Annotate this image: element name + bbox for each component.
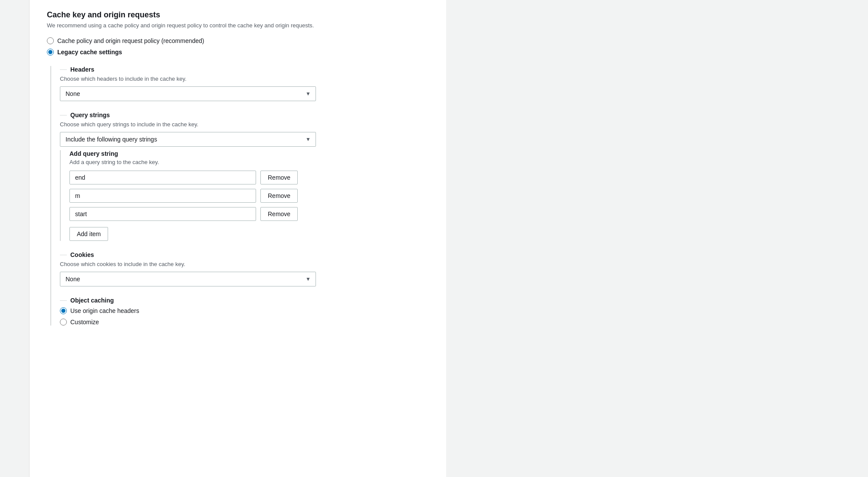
radio-recommended[interactable] xyxy=(47,37,54,44)
query-string-row-1: Remove xyxy=(69,171,429,184)
query-string-input-1[interactable] xyxy=(69,171,256,184)
left-sidebar xyxy=(0,0,30,477)
cookies-dropdown[interactable]: None Include the following cookies All xyxy=(60,272,316,286)
cookies-description: Choose which cookies to include in the c… xyxy=(60,261,429,267)
radio-customize[interactable] xyxy=(60,319,67,326)
section-description: We recommend using a cache policy and or… xyxy=(47,22,429,29)
headers-select-wrapper: None Include the following headers All ▼ xyxy=(60,86,316,101)
query-strings-title: Query strings xyxy=(70,112,110,118)
radio-customize-option[interactable]: Customize xyxy=(60,319,429,326)
cookies-title: Cookies xyxy=(70,251,94,258)
cookies-header: Cookies xyxy=(60,251,429,258)
query-strings-line xyxy=(60,115,67,115)
headers-title: Headers xyxy=(70,66,94,73)
add-item-button[interactable]: Add item xyxy=(69,227,108,241)
add-query-string-title: Add query string xyxy=(69,150,429,157)
object-caching-options: Use origin cache headers Customize xyxy=(60,307,429,326)
query-strings-select-wrapper: None Include the following query strings… xyxy=(60,132,316,147)
remove-button-3[interactable]: Remove xyxy=(260,207,298,221)
main-content: Cache key and origin requests We recomme… xyxy=(30,0,446,477)
headers-header: Headers xyxy=(60,66,429,73)
query-string-input-3[interactable] xyxy=(69,207,256,221)
radio-use-origin-option[interactable]: Use origin cache headers xyxy=(60,307,429,314)
object-caching-title: Object caching xyxy=(70,297,114,304)
headers-line xyxy=(60,69,67,70)
query-string-row-3: Remove xyxy=(69,207,429,221)
radio-use-origin[interactable] xyxy=(60,307,67,314)
query-strings-dropdown[interactable]: None Include the following query strings… xyxy=(60,132,316,147)
radio-legacy-option[interactable]: Legacy cache settings xyxy=(47,49,429,56)
radio-recommended-label: Cache policy and origin request policy (… xyxy=(57,37,204,44)
query-string-input-2[interactable] xyxy=(69,189,256,203)
remove-button-1[interactable]: Remove xyxy=(260,171,298,184)
headers-description: Choose which headers to include in the c… xyxy=(60,76,429,82)
headers-subsection: Headers Choose which headers to include … xyxy=(60,66,429,101)
query-string-row-2: Remove xyxy=(69,189,429,203)
object-caching-subsection: Object caching Use origin cache headers … xyxy=(60,297,429,326)
radio-recommended-option[interactable]: Cache policy and origin request policy (… xyxy=(47,37,429,44)
query-strings-subsection: Query strings Choose which query strings… xyxy=(60,112,429,241)
section-title: Cache key and origin requests xyxy=(47,10,429,20)
radio-legacy-label: Legacy cache settings xyxy=(57,49,122,56)
right-panel xyxy=(446,0,868,477)
add-query-string-description: Add a query string to the cache key. xyxy=(69,159,429,165)
radio-customize-label: Customize xyxy=(70,319,99,326)
legacy-settings-panel: Headers Choose which headers to include … xyxy=(50,66,429,326)
headers-dropdown[interactable]: None Include the following headers All xyxy=(60,86,316,101)
cookies-line xyxy=(60,255,67,255)
object-caching-line xyxy=(60,300,67,301)
object-caching-header: Object caching xyxy=(60,297,429,304)
add-query-string-section: Add query string Add a query string to t… xyxy=(60,150,429,241)
cache-type-radio-group: Cache policy and origin request policy (… xyxy=(47,37,429,56)
cookies-subsection: Cookies Choose which cookies to include … xyxy=(60,251,429,286)
query-strings-description: Choose which query strings to include in… xyxy=(60,121,429,128)
radio-legacy[interactable] xyxy=(47,49,54,56)
radio-use-origin-label: Use origin cache headers xyxy=(70,307,139,314)
query-strings-header: Query strings xyxy=(60,112,429,118)
remove-button-2[interactable]: Remove xyxy=(260,189,298,203)
cookies-select-wrapper: None Include the following cookies All ▼ xyxy=(60,272,316,286)
